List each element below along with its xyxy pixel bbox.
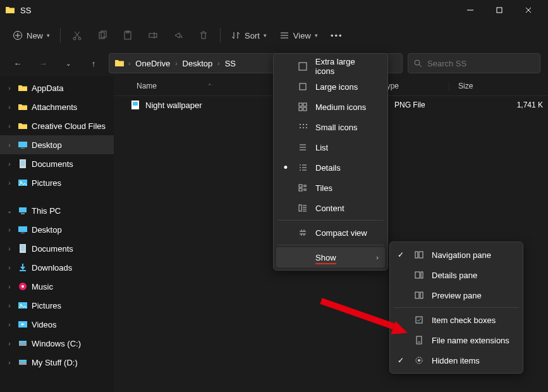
sidebar-item[interactable]: ›My Stuff (D:)	[0, 353, 114, 372]
sidebar-item[interactable]: ›Documents	[0, 239, 114, 258]
menu-item[interactable]: ✓Navigation pane	[393, 245, 520, 265]
menu-item-show[interactable]: Show›	[276, 247, 385, 267]
sidebar-item[interactable]: ›Attachments	[0, 97, 114, 116]
rename-button[interactable]	[142, 24, 164, 47]
menu-item[interactable]: Content	[276, 198, 385, 218]
svg-rect-18	[21, 233, 25, 233]
svg-point-42	[306, 127, 307, 128]
menu-item-label: File name extensions	[432, 336, 509, 345]
share-button[interactable]	[167, 24, 190, 47]
title-bar: SS	[0, 0, 548, 20]
svg-rect-26	[19, 341, 27, 343]
chevron-down-icon: ▾	[315, 32, 318, 39]
chevron-right-icon: ›	[5, 180, 14, 187]
recent-button[interactable]: ⌄	[58, 53, 78, 73]
column-size[interactable]: Size	[449, 82, 548, 90]
chevron-right-icon: ›	[5, 161, 14, 168]
breadcrumb-item[interactable]: SS	[224, 59, 237, 68]
sidebar-item[interactable]: ›Windows (C:)	[0, 334, 114, 353]
menu-item[interactable]: List	[276, 137, 385, 157]
sidebar-item-label: Downloads	[32, 263, 72, 273]
sidebar-item[interactable]: ›Music	[0, 277, 114, 296]
menu-item[interactable]: Large icons	[276, 77, 385, 97]
paste-icon	[123, 30, 133, 40]
sort-icon	[231, 30, 241, 40]
svg-rect-47	[419, 252, 423, 258]
chevron-right-icon: ›	[5, 142, 14, 149]
menu-item-label: Tiles	[315, 183, 332, 193]
sidebar-item[interactable]: ›Desktop	[0, 135, 114, 154]
svg-rect-51	[420, 292, 423, 298]
chevron-right-icon: ›	[5, 321, 14, 328]
file-list-area: Name⌃ Type Size Night wallpaper :35 PNG …	[114, 76, 548, 392]
sidebar-item-label: This PC	[32, 206, 61, 216]
sidebar-item[interactable]: ›Documents	[0, 154, 114, 173]
sidebar-item[interactable]: ›Pictures	[0, 296, 114, 315]
svg-rect-44	[299, 188, 302, 191]
chevron-right-icon: ›	[5, 85, 14, 92]
menu-item[interactable]: Details pane	[393, 265, 520, 285]
up-button[interactable]: ↑	[83, 53, 104, 73]
view-button[interactable]: View ▾	[274, 24, 323, 47]
menu-item[interactable]: ✓Hidden items	[393, 350, 520, 371]
new-button[interactable]: New ▾	[8, 24, 55, 47]
svg-rect-17	[18, 226, 27, 232]
separator	[394, 307, 519, 308]
menu-item[interactable]: Item check boxes	[393, 310, 520, 330]
menu-item[interactable]: Extra large icons	[276, 56, 385, 77]
menu-item[interactable]: File name extensions	[393, 330, 520, 350]
forward-button[interactable]: →	[33, 53, 53, 73]
view-mode-icon	[298, 82, 308, 91]
cut-button[interactable]	[66, 24, 88, 47]
separator	[277, 220, 384, 221]
minimize-button[interactable]	[456, 0, 485, 20]
delete-button[interactable]	[192, 24, 215, 47]
new-label: New	[27, 31, 43, 40]
search-box[interactable]	[408, 53, 540, 73]
share-icon	[173, 30, 183, 40]
copy-button[interactable]	[91, 24, 114, 47]
window-title: SS	[20, 6, 456, 15]
maximize-button[interactable]	[485, 0, 514, 20]
sidebar-item[interactable]: ›Desktop	[0, 220, 114, 239]
more-button[interactable]: •••	[326, 24, 348, 47]
chevron-right-icon: ›	[5, 302, 14, 309]
search-icon	[413, 59, 422, 68]
menu-item[interactable]: Medium icons	[276, 97, 385, 117]
menu-item[interactable]: •Details	[276, 157, 385, 178]
navigation-pane: ›AppData›Attachments›Creative Cloud File…	[0, 76, 114, 392]
svg-rect-50	[415, 292, 419, 298]
sidebar-item-label: Music	[32, 282, 53, 291]
menu-item[interactable]: Preview pane	[393, 285, 520, 305]
sidebar-item[interactable]: ›Videos	[0, 315, 114, 334]
menu-item-label: Medium icons	[315, 102, 366, 112]
paste-button[interactable]	[116, 24, 139, 47]
breadcrumb-item[interactable]: OneDrive	[134, 59, 171, 68]
search-input[interactable]	[427, 59, 535, 68]
menu-item-compact[interactable]: Compact view	[276, 223, 385, 243]
separator	[60, 28, 61, 43]
chevron-right-icon: ›	[5, 104, 14, 111]
radio-bullet: •	[281, 161, 290, 175]
sort-button[interactable]: Sort ▾	[226, 24, 272, 47]
sidebar-item[interactable]: ›Pictures	[0, 173, 114, 192]
close-button[interactable]	[514, 0, 543, 20]
back-button[interactable]: ←	[8, 53, 28, 73]
view-mode-icon	[298, 62, 308, 71]
svg-rect-11	[21, 148, 25, 149]
sidebar-item-label: Attachments	[32, 102, 77, 112]
sidebar-item[interactable]: ›AppData	[0, 78, 114, 97]
menu-item[interactable]: Tiles	[276, 178, 385, 198]
breadcrumb-item[interactable]: Desktop	[181, 59, 214, 68]
toolbar: New ▾ Sort ▾ View ▾ •••	[0, 20, 548, 51]
menu-item[interactable]: Small icons	[276, 117, 385, 137]
svg-rect-0	[497, 8, 502, 13]
sidebar-item-thispc[interactable]: ⌄ This PC	[0, 201, 114, 220]
svg-point-21	[21, 285, 24, 288]
chevron-right-icon: ›	[5, 123, 14, 130]
image-file-icon	[130, 100, 140, 110]
file-name: Night wallpaper	[145, 101, 202, 110]
sidebar-item[interactable]: ›Creative Cloud Files	[0, 116, 114, 135]
sidebar-item[interactable]: ›Downloads	[0, 258, 114, 277]
chevron-right-icon: ›	[5, 359, 14, 366]
